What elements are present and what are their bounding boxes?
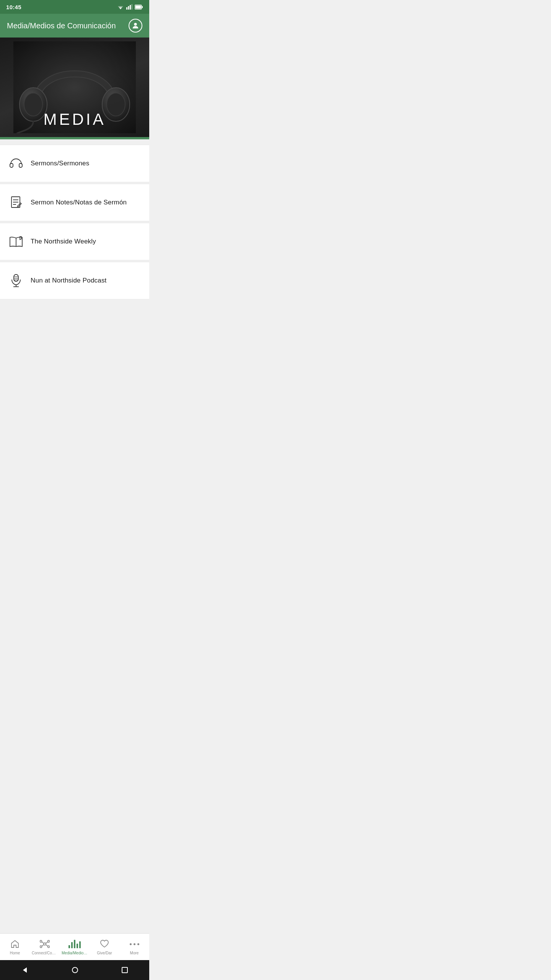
svg-rect-3 xyxy=(126,7,127,10)
svg-point-32 xyxy=(48,941,50,942)
microphone-icon xyxy=(8,273,24,288)
connect-icon xyxy=(39,939,50,949)
book-icon xyxy=(8,234,24,249)
svg-rect-17 xyxy=(19,163,22,167)
svg-rect-24 xyxy=(14,274,18,281)
battery-icon xyxy=(135,5,143,10)
notes-icon xyxy=(8,195,24,210)
nav-more[interactable]: More xyxy=(119,934,149,960)
nav-home[interactable]: Home xyxy=(0,934,30,960)
profile-icon xyxy=(131,21,140,30)
status-bar: 10:45 xyxy=(0,0,149,14)
home-icon xyxy=(10,939,20,949)
svg-point-34 xyxy=(48,946,50,948)
sermon-notes-label: Sermon Notes/Notas de Sermón xyxy=(31,199,127,206)
hero-text: MEDIA xyxy=(43,110,106,137)
svg-point-15 xyxy=(107,93,125,116)
svg-rect-5 xyxy=(130,5,131,10)
app-bar-title: Media/Medios de Comunicación xyxy=(7,21,116,30)
svg-rect-9 xyxy=(135,5,141,8)
weekly-label: The Northside Weekly xyxy=(31,238,96,245)
svg-rect-6 xyxy=(132,4,133,10)
svg-rect-4 xyxy=(128,6,129,10)
media-icon xyxy=(69,939,80,949)
app-bar: Media/Medios de Comunicación xyxy=(0,14,149,38)
android-nav xyxy=(0,960,149,980)
content-area: Sermons/Sermones Sermon Notes/Notas de S… xyxy=(0,139,149,305)
android-home-button[interactable] xyxy=(72,967,78,973)
nav-give-label: Give/Dar xyxy=(97,951,112,955)
nav-give[interactable]: Give/Dar xyxy=(90,934,119,960)
svg-point-40 xyxy=(72,967,78,973)
nav-connect[interactable]: Connect/Cone... xyxy=(30,934,60,960)
profile-button[interactable] xyxy=(129,19,142,33)
status-time: 10:45 xyxy=(6,4,21,10)
svg-line-37 xyxy=(42,945,44,946)
svg-rect-16 xyxy=(10,163,13,167)
nav-media-label: Media/Medios... xyxy=(62,951,88,955)
signal-icon xyxy=(126,4,132,10)
svg-line-22 xyxy=(17,206,18,207)
svg-point-13 xyxy=(24,93,42,116)
svg-point-10 xyxy=(134,23,137,26)
android-recents-button[interactable] xyxy=(122,967,128,973)
svg-point-31 xyxy=(40,941,42,942)
headphones-icon xyxy=(8,156,24,171)
heart-icon xyxy=(99,939,110,949)
sermon-notes-item[interactable]: Sermon Notes/Notas de Sermón xyxy=(0,184,149,221)
nav-home-label: Home xyxy=(10,951,20,955)
android-back-button[interactable] xyxy=(21,967,28,973)
hero-section: MEDIA xyxy=(0,38,149,137)
svg-rect-41 xyxy=(122,967,127,973)
nav-media[interactable]: Media/Medios... xyxy=(60,934,90,960)
status-icons xyxy=(117,4,143,10)
podcast-item[interactable]: Nun at Northside Podcast xyxy=(0,262,149,299)
wifi-icon xyxy=(117,4,124,10)
svg-line-38 xyxy=(46,945,48,946)
sermons-item[interactable]: Sermons/Sermones xyxy=(0,145,149,182)
podcast-label: Nun at Northside Podcast xyxy=(31,277,107,284)
bottom-nav: Home Connect/Cone... xyxy=(0,933,149,960)
svg-line-36 xyxy=(46,942,48,944)
svg-marker-2 xyxy=(120,8,121,9)
sermons-label: Sermons/Sermones xyxy=(31,160,89,167)
svg-marker-39 xyxy=(23,967,27,973)
nav-more-label: More xyxy=(130,951,139,955)
svg-point-33 xyxy=(40,946,42,948)
svg-rect-8 xyxy=(142,6,143,8)
more-icon xyxy=(129,939,140,949)
svg-line-35 xyxy=(42,942,44,944)
nav-connect-label: Connect/Cone... xyxy=(32,951,58,955)
weekly-item[interactable]: The Northside Weekly xyxy=(0,223,149,260)
